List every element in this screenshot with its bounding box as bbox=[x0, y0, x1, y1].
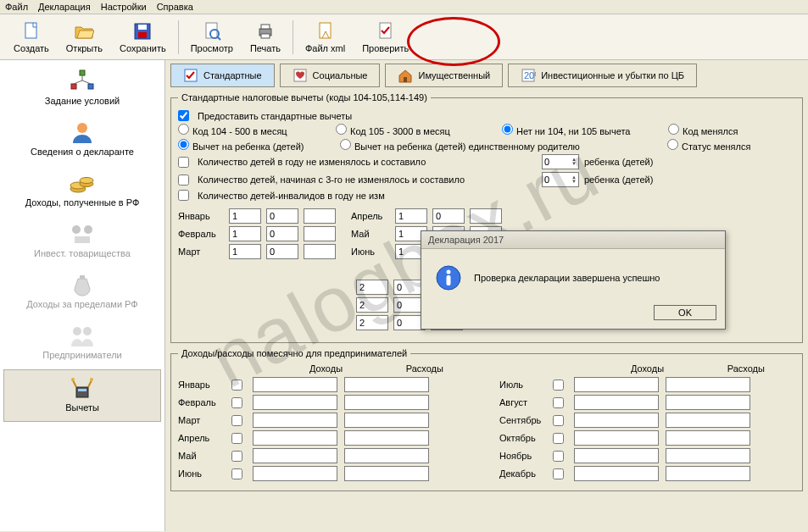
r9-v1[interactable] bbox=[356, 315, 388, 330]
may-cb[interactable] bbox=[231, 451, 242, 462]
sep-cb[interactable] bbox=[553, 415, 564, 426]
month-feb-label: Февраль bbox=[178, 229, 224, 239]
jul-income[interactable] bbox=[574, 377, 659, 392]
jun-cb[interactable] bbox=[231, 468, 242, 479]
sidebar-label: Инвест. товарищества bbox=[34, 248, 131, 258]
check-button[interactable]: Проверить bbox=[354, 19, 417, 55]
dec-income[interactable] bbox=[574, 466, 659, 481]
menu-file[interactable]: Файл bbox=[5, 2, 28, 12]
feb-v2[interactable] bbox=[266, 226, 298, 241]
tab-invest-loss[interactable]: 20% Инвестиционные и убытки по ЦБ bbox=[508, 64, 697, 87]
may-expense[interactable] bbox=[344, 448, 429, 463]
children-from3-checkbox[interactable] bbox=[178, 175, 189, 186]
oct-income[interactable] bbox=[574, 430, 659, 446]
nov-expense[interactable] bbox=[666, 448, 750, 463]
jan-v1[interactable] bbox=[229, 208, 261, 224]
left-half: ДоходыРасходы Январь Февраль Март Апрель… bbox=[178, 363, 474, 484]
feb-v1[interactable] bbox=[229, 226, 261, 241]
open-button[interactable]: Открыть bbox=[58, 19, 111, 55]
children-from3-spinner[interactable]: 0▲▼ bbox=[542, 172, 579, 187]
save-button[interactable]: Сохранить bbox=[111, 19, 175, 55]
sidebar-item-income-rf[interactable]: Доходы, полученные в РФ bbox=[0, 165, 164, 216]
menu-declaration[interactable]: Декларация bbox=[38, 2, 91, 12]
feb-expense[interactable] bbox=[344, 395, 429, 410]
tab-label: Социальные bbox=[313, 70, 368, 80]
feb-income[interactable] bbox=[253, 395, 337, 410]
may-income[interactable] bbox=[253, 448, 337, 463]
radio-no104-105[interactable]: Нет ни 104, ни 105 вычета bbox=[502, 124, 663, 136]
radio-child-deduction[interactable]: Вычет на ребенка (детей) bbox=[178, 139, 335, 152]
feb-v3[interactable] bbox=[304, 226, 336, 241]
tab-standard[interactable]: Стандартные bbox=[170, 64, 275, 87]
svg-rect-14 bbox=[88, 84, 93, 89]
mar-v3[interactable] bbox=[304, 244, 336, 259]
xml-button[interactable]: Файл xml bbox=[297, 19, 354, 55]
oct-cb[interactable] bbox=[553, 433, 564, 444]
oct-expense[interactable] bbox=[666, 430, 750, 446]
apr-income[interactable] bbox=[253, 430, 337, 446]
apr-v3[interactable] bbox=[470, 208, 502, 224]
apr-expense[interactable] bbox=[344, 430, 429, 446]
children-disabled-checkbox[interactable] bbox=[178, 190, 189, 201]
mar-cb[interactable] bbox=[231, 415, 242, 426]
mar-v2[interactable] bbox=[266, 244, 298, 259]
ok-button[interactable]: OK bbox=[654, 305, 716, 320]
aug-income[interactable] bbox=[574, 395, 659, 410]
jun-expense[interactable] bbox=[344, 466, 429, 481]
menu-help[interactable]: Справка bbox=[157, 2, 193, 12]
mar-income[interactable] bbox=[253, 413, 337, 428]
m-oct: Октябрь bbox=[499, 433, 546, 443]
apr-v1[interactable] bbox=[395, 208, 427, 224]
jan-income[interactable] bbox=[253, 377, 337, 392]
mar-v1[interactable] bbox=[229, 244, 261, 259]
create-button[interactable]: Создать bbox=[5, 19, 58, 55]
aug-cb[interactable] bbox=[553, 397, 564, 408]
sidebar-item-income-abroad[interactable]: Доходы за пределами РФ bbox=[0, 267, 164, 318]
sidebar-item-declarant[interactable]: Сведения о декларанте bbox=[0, 114, 164, 165]
radio-code105[interactable]: Код 105 - 3000 в месяц bbox=[336, 124, 497, 136]
sidebar-item-conditions[interactable]: Задание условий bbox=[0, 64, 164, 114]
month-jun-label: Июнь bbox=[351, 247, 390, 257]
r8-v1[interactable] bbox=[356, 297, 388, 313]
jan-v3[interactable] bbox=[304, 208, 336, 224]
right-half: ДоходыРасходы Июль Август Сентябрь Октяб… bbox=[499, 363, 795, 484]
apr-cb[interactable] bbox=[231, 433, 242, 444]
tab-social[interactable]: Социальные bbox=[280, 64, 381, 87]
tab-property[interactable]: Имущественный bbox=[385, 64, 503, 87]
svg-rect-12 bbox=[80, 70, 85, 75]
sidebar-item-invest[interactable]: Инвест. товарищества bbox=[0, 216, 164, 267]
provide-standard-checkbox[interactable] bbox=[178, 110, 189, 121]
jan-v2[interactable] bbox=[266, 208, 298, 224]
group-legend: Стандартные налоговые вычеты (коды 104-1… bbox=[178, 92, 431, 103]
r7-v1[interactable] bbox=[356, 280, 388, 295]
jul-expense[interactable] bbox=[666, 377, 750, 392]
children-count-spinner[interactable]: 0▲▼ bbox=[542, 154, 579, 169]
nov-income[interactable] bbox=[574, 448, 659, 463]
jan-expense[interactable] bbox=[344, 377, 429, 392]
preview-button[interactable]: Просмотр bbox=[182, 19, 242, 55]
dec-cb[interactable] bbox=[553, 468, 564, 479]
sidebar-item-deductions[interactable]: Вычеты bbox=[3, 369, 161, 422]
menubar: Файл Декларация Настройки Справка bbox=[0, 0, 808, 14]
radio-code-changed[interactable]: Код менялся bbox=[668, 124, 738, 136]
sep-income[interactable] bbox=[574, 413, 659, 428]
radio-child-single-parent[interactable]: Вычет на ребенка (детей) единственному р… bbox=[340, 139, 662, 152]
radio-status-changed[interactable]: Статус менялся bbox=[667, 139, 750, 152]
sep-expense[interactable] bbox=[666, 413, 750, 428]
jul-cb[interactable] bbox=[553, 380, 564, 391]
dec-expense[interactable] bbox=[666, 466, 750, 481]
person-icon bbox=[68, 119, 97, 145]
print-label: Печать bbox=[250, 43, 281, 53]
feb-cb[interactable] bbox=[231, 397, 242, 408]
jun-income[interactable] bbox=[253, 466, 337, 481]
mar-expense[interactable] bbox=[344, 413, 429, 428]
apr-v2[interactable] bbox=[432, 208, 465, 224]
menu-settings[interactable]: Настройки bbox=[101, 2, 147, 12]
nov-cb[interactable] bbox=[553, 451, 564, 462]
radio-code104[interactable]: Код 104 - 500 в месяц bbox=[178, 124, 331, 136]
print-button[interactable]: Печать bbox=[242, 19, 289, 55]
jan-cb[interactable] bbox=[231, 380, 242, 391]
children-count-checkbox[interactable] bbox=[178, 157, 189, 168]
sidebar-item-entrepreneurs[interactable]: Предприниматели bbox=[0, 318, 164, 369]
aug-expense[interactable] bbox=[666, 395, 750, 410]
